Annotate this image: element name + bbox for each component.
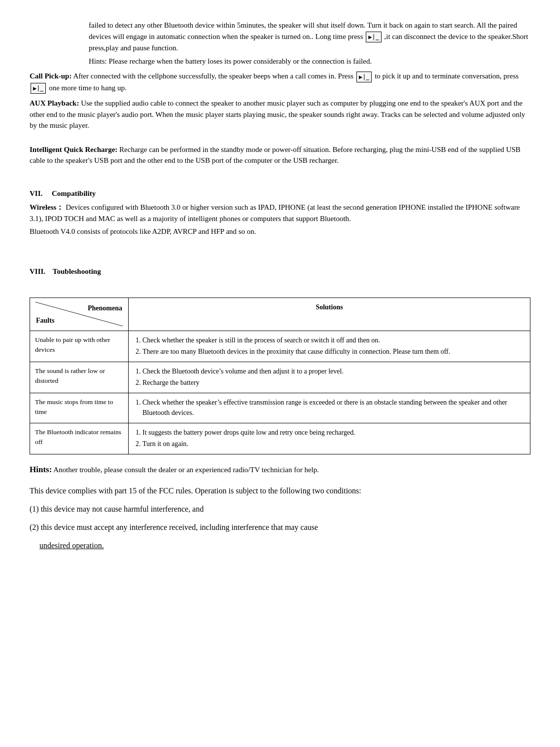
solution-item: Check whether the speaker’s effective tr…	[142, 397, 525, 418]
hints-recharge: Hints: Please recharge when the battery …	[89, 56, 530, 67]
fcc-cond3: undesired operation.	[39, 539, 530, 552]
fault-cell: Unable to pair up with other devices	[30, 331, 129, 362]
solution-cell: Check whether the speaker is still in th…	[129, 331, 530, 362]
hints-line: Hints: Another trouble, please consult t…	[30, 463, 530, 476]
call-pickup-block: Call Pick-up: After connected with the c…	[30, 71, 530, 94]
fault-cell: The music stops from time to time	[30, 393, 129, 423]
solution-cell: Check whether the speaker’s effective tr…	[129, 393, 530, 423]
button-icon-2: ▶|⎯	[356, 72, 372, 82]
section-vii-title: VII. Compatibility	[30, 188, 530, 199]
para1-block: failed to detect any other Bluetooth dev…	[89, 20, 530, 67]
section-vii: VII. Compatibility Wireless： Devices con…	[30, 188, 530, 237]
table-row: Unable to pair up with other devicesChec…	[30, 331, 530, 362]
fault-cell: The sound is rather low or distorted	[30, 362, 129, 393]
troubleshoot-table: Faults Phenomena Solutions Unable to pai…	[30, 298, 530, 454]
fcc-section: This device complies with part 15 of the…	[30, 484, 530, 553]
solution-item: There are too many Bluetooth devices in …	[142, 346, 525, 357]
intro-section: failed to detect any other Bluetooth dev…	[30, 20, 530, 166]
aux-text: AUX Playback: Use the supplied audio cab…	[30, 98, 530, 131]
solution-item: It suggests the battery power drops quit…	[142, 427, 525, 438]
aux-playback-block: AUX Playback: Use the supplied audio cab…	[30, 98, 530, 131]
fault-cell: The Bluetooth indicator remains off	[30, 423, 129, 454]
button-icon-1: ▶|⎯	[366, 32, 381, 42]
fcc-cond2: (2) this device must accept any interfer…	[30, 521, 530, 534]
table-header-row: Faults Phenomena Solutions	[30, 298, 530, 331]
hints-text: Another trouble, please consult the deal…	[53, 466, 319, 474]
faults-label: Faults	[36, 315, 54, 326]
faults-phenomena-header: Faults Phenomena	[30, 298, 129, 331]
para1-text: failed to detect any other Bluetooth dev…	[89, 20, 530, 54]
solution-item: Check the Bluetooth device’s volume and …	[142, 366, 525, 376]
solution-item: Recharge the battery	[142, 377, 525, 388]
call-pickup-text: Call Pick-up: After connected with the c…	[30, 71, 530, 94]
aux-label: AUX Playback:	[30, 99, 79, 107]
table-row: The music stops from time to timeCheck w…	[30, 393, 530, 423]
solution-item: Check whether the speaker is still in th…	[142, 335, 525, 345]
table-row: The Bluetooth indicator remains offIt su…	[30, 423, 530, 454]
phenomena-label: Phenomena	[88, 303, 122, 313]
bluetooth-text: Bluetooth V4.0 consists of protocols lik…	[30, 226, 530, 237]
recharge-label: Intelligent Quick Recharge:	[30, 146, 117, 153]
table-row: The sound is rather low or distortedChec…	[30, 362, 530, 393]
call-pickup-label: Call Pick-up:	[30, 72, 71, 80]
hints-prefix: Hints:	[30, 465, 52, 474]
fcc-main: This device complies with part 15 of the…	[30, 484, 530, 497]
solution-cell: It suggests the battery power drops quit…	[129, 423, 530, 454]
section-viii-title: VIII. Toubleshooting	[30, 266, 530, 277]
solution-cell: Check the Bluetooth device’s volume and …	[129, 362, 530, 393]
section-viii: VIII. Toubleshooting Faults Phenomena So…	[30, 266, 530, 476]
recharge-block: Intelligent Quick Recharge: Recharge can…	[30, 144, 530, 166]
solution-item: Turn it on again.	[142, 439, 525, 449]
wireless-text: Wireless： Devices configured with Blueto…	[30, 202, 530, 224]
solutions-header: Solutions	[129, 298, 530, 331]
table-body: Unable to pair up with other devicesChec…	[30, 331, 530, 454]
button-icon-3: ▶|⎯	[31, 83, 46, 94]
recharge-text: Intelligent Quick Recharge: Recharge can…	[30, 144, 530, 166]
fcc-cond1: (1) this device may not cause harmful in…	[30, 502, 530, 516]
wireless-label: Wireless：	[30, 203, 64, 211]
